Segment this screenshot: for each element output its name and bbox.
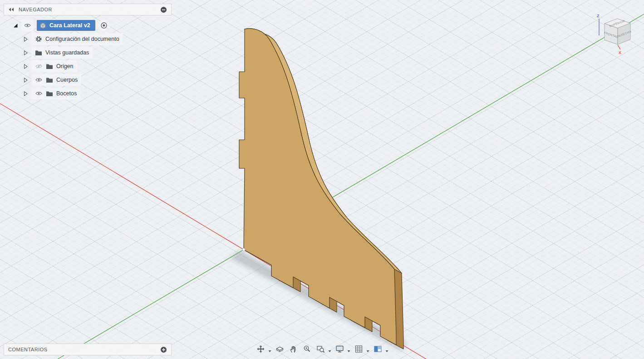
activate-component-radio[interactable]: [98, 20, 109, 31]
tree-row-document-settings[interactable]: Configuración del documento: [4, 32, 172, 46]
grid-snaps-button[interactable]: [353, 343, 365, 355]
display-settings-icon: [335, 344, 344, 354]
comments-title: COMENTARIOS: [8, 347, 156, 352]
collapse-left-icon[interactable]: [8, 7, 15, 12]
viewports-icon: [374, 344, 383, 354]
eye-icon[interactable]: [35, 77, 43, 83]
view-cube[interactable]: Z SUPERIOR FRONTAL DERECHA X: [590, 10, 640, 56]
grid-snaps-icon: [354, 344, 364, 354]
folder-icon: [35, 50, 42, 56]
folder-icon: [46, 91, 53, 97]
tree-item-label: Vistas guardadas: [45, 49, 89, 56]
viewports-caret[interactable]: [385, 350, 388, 352]
root-component-selected[interactable]: Cara Lateral v2: [37, 20, 95, 31]
grid-snaps-caret[interactable]: [366, 350, 369, 352]
x-axis-label: X: [619, 50, 621, 55]
navigator-panel: NAVEGADOR: [4, 4, 172, 100]
add-comment-icon[interactable]: [160, 346, 167, 353]
orbit-button[interactable]: [255, 343, 267, 355]
row-chip[interactable]: Origen: [31, 60, 77, 72]
eye-off-icon[interactable]: [35, 64, 43, 69]
caret-collapsed-icon[interactable]: [23, 77, 28, 83]
navigator-title: NAVEGADOR: [19, 7, 156, 12]
look-at-icon: [275, 344, 285, 354]
tree-row-saved-views[interactable]: Vistas guardadas: [4, 46, 172, 59]
navigator-tree: Cara Lateral v2: [4, 15, 172, 100]
x-axis-tick: [618, 45, 620, 49]
component-cube-icon: [39, 22, 46, 29]
comments-panel: COMENTARIOS: [4, 344, 172, 355]
caret-collapsed-icon[interactable]: [23, 50, 28, 55]
row-chip[interactable]: Configuración del documento: [31, 33, 123, 45]
orbit-icon: [256, 344, 265, 354]
fit-flyout-caret[interactable]: [328, 350, 331, 352]
tree-row-bodies[interactable]: Cuerpos: [4, 73, 172, 87]
folder-icon: [46, 77, 53, 83]
pan-hand-icon: [289, 344, 298, 354]
pan-button[interactable]: [287, 343, 300, 355]
tree-row-root[interactable]: Cara Lateral v2: [4, 19, 172, 32]
folder-icon: [46, 64, 53, 69]
row-chip[interactable]: Cuerpos: [31, 74, 81, 86]
tree-item-label: Cuerpos: [56, 77, 78, 83]
radio-selected-icon: [100, 22, 108, 29]
zoom-icon: [303, 344, 312, 354]
display-settings-button[interactable]: [334, 343, 346, 355]
tree-row-sketches[interactable]: Bocetos: [4, 87, 172, 100]
row-chip[interactable]: Vistas guardadas: [31, 47, 93, 59]
caret-collapsed-icon[interactable]: [23, 91, 28, 96]
comments-header[interactable]: COMENTARIOS: [4, 344, 172, 355]
viewports-button[interactable]: [372, 343, 384, 355]
eye-icon[interactable]: [35, 91, 43, 96]
navigator-header[interactable]: NAVEGADOR: [4, 4, 172, 15]
viewport-canvas[interactable]: Z SUPERIOR FRONTAL DERECHA X NAVEGADOR: [0, 0, 644, 359]
navigation-toolbar: [255, 343, 389, 355]
look-at-button[interactable]: [274, 343, 286, 355]
gear-icon: [35, 35, 42, 43]
zoom-button[interactable]: [301, 343, 313, 355]
caret-collapsed-icon[interactable]: [23, 64, 28, 69]
origin-point[interactable]: [242, 248, 245, 251]
fit-zoom-window-icon: [316, 344, 325, 354]
model-body[interactable]: [239, 29, 396, 345]
tree-item-label: Origen: [56, 63, 74, 69]
orbit-flyout-caret[interactable]: [268, 350, 271, 352]
root-component-label: Cara Lateral v2: [49, 22, 90, 29]
tree-row-origin[interactable]: Origen: [4, 59, 172, 73]
row-chip[interactable]: Bocetos: [31, 88, 80, 99]
z-axis-label: Z: [597, 14, 600, 18]
display-settings-caret[interactable]: [347, 350, 350, 352]
caret-expanded-icon[interactable]: [13, 23, 18, 28]
tree-item-label: Bocetos: [56, 90, 77, 97]
collapse-panel-icon[interactable]: [160, 6, 167, 13]
caret-collapsed-icon[interactable]: [23, 36, 28, 42]
eye-icon[interactable]: [24, 23, 31, 28]
tree-item-label: Configuración del documento: [45, 36, 119, 42]
fit-button[interactable]: [315, 343, 327, 355]
visibility-chip[interactable]: [21, 20, 34, 31]
